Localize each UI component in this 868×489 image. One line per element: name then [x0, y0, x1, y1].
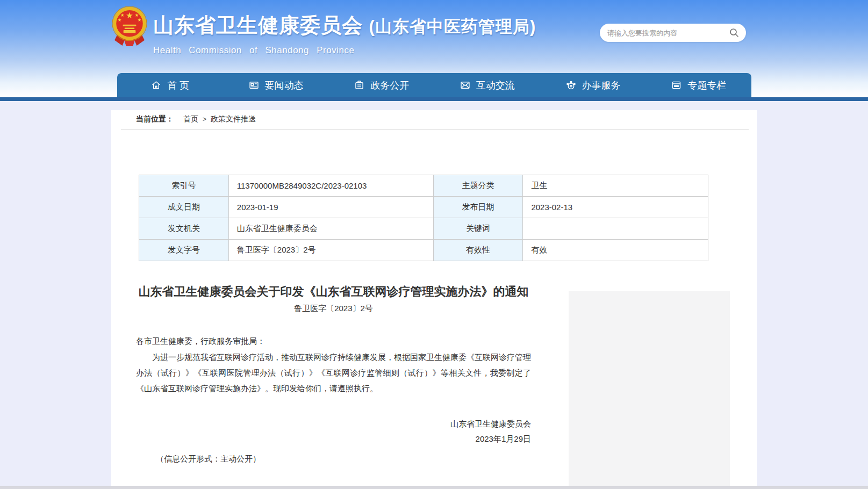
signer-name: 山东省卫生健康委员会	[136, 416, 531, 432]
meta-value	[523, 218, 708, 240]
meta-label: 发文字号	[139, 240, 229, 261]
nav-item-special-columns[interactable]: 专题专栏	[645, 73, 751, 97]
meta-value: 2023-01-19	[228, 197, 433, 218]
article-doc-number: 鲁卫医字〔2023〕2号	[136, 304, 531, 314]
svg-text:★: ★	[126, 11, 133, 20]
nav-bottom-stripe	[0, 97, 868, 101]
site-title: 山东省卫生健康委员会 (山东省中医药管理局)	[153, 12, 536, 39]
document-meta-table: 索引号 11370000MB2849032C/2023-02103 主题分类 卫…	[139, 175, 708, 261]
table-row: 成文日期 2023-01-19 发布日期 2023-02-13	[139, 197, 708, 218]
news-icon	[248, 80, 260, 91]
publication-note: （信息公开形式：主动公开）	[136, 454, 531, 464]
breadcrumb: 当前位置： 首页 > 政策文件推送	[136, 114, 256, 124]
meta-value: 鲁卫医字〔2023〕2号	[228, 240, 433, 261]
table-row: 索引号 11370000MB2849032C/2023-02103 主题分类 卫…	[139, 175, 708, 197]
article-paragraph: 为进一步规范我省互联网诊疗活动，推动互联网诊疗持续健康发展，根据国家卫生健康委《…	[136, 349, 531, 396]
table-row: 发文字号 鲁卫医字〔2023〕2号 有效性 有效	[139, 240, 708, 261]
breadcrumb-divider	[121, 129, 749, 130]
breadcrumb-current-link[interactable]: 政策文件推送	[211, 114, 256, 124]
nav-label: 首 页	[167, 79, 189, 92]
article-signature: 山东省卫生健康委员会 2023年1月29日	[136, 416, 531, 447]
site-subtitle-en: Health Commission of Shandong Province	[153, 45, 536, 56]
article-title: 山东省卫生健康委员会关于印发《山东省互联网诊疗管理实施办法》的通知	[136, 283, 531, 300]
meta-label: 关键词	[433, 218, 523, 240]
meta-label: 主题分类	[433, 175, 523, 197]
nav-item-news[interactable]: 要闻动态	[223, 73, 329, 97]
article: 山东省卫生健康委员会关于印发《山东省互联网诊疗管理实施办法》的通知 鲁卫医字〔2…	[136, 283, 531, 464]
meta-value: 有效	[523, 240, 708, 261]
nav-item-gov-open[interactable]: 政务公开	[328, 73, 434, 97]
service-icon	[565, 80, 577, 91]
nav-item-interaction[interactable]: 互动交流	[434, 73, 540, 97]
svg-text:★: ★	[118, 18, 121, 23]
nav-label: 要闻动态	[265, 79, 304, 92]
side-panel	[569, 291, 730, 486]
nav-item-home[interactable]: 首 页	[117, 73, 223, 97]
meta-label: 发文机关	[139, 218, 229, 240]
meta-label: 发布日期	[433, 197, 523, 218]
site-title-block: 山东省卫生健康委员会 (山东省中医药管理局) Health Commission…	[153, 12, 536, 56]
sign-date: 2023年1月29日	[136, 432, 531, 447]
meta-label: 索引号	[139, 175, 229, 197]
national-emblem-icon: ★ ★ ★ ★ ★	[112, 5, 147, 53]
meta-value: 11370000MB2849032C/2023-02103	[228, 175, 433, 197]
svg-text:★: ★	[138, 18, 141, 23]
nav-item-services[interactable]: 办事服务	[540, 73, 646, 97]
search-box	[600, 24, 746, 42]
table-row: 发文机关 山东省卫生健康委员会 关键词	[139, 218, 708, 240]
gov-open-icon	[354, 80, 365, 91]
meta-value: 卫生	[523, 175, 708, 197]
columns-icon	[671, 80, 682, 91]
mail-icon	[460, 80, 471, 91]
nav-label: 互动交流	[476, 79, 515, 92]
meta-label: 成文日期	[139, 197, 229, 218]
nav-label: 专题专栏	[687, 79, 726, 92]
meta-value: 山东省卫生健康委员会	[228, 218, 433, 240]
article-salutation: 各市卫生健康委，行政服务审批局：	[136, 333, 531, 349]
site-title-paren: (山东省中医药管理局)	[369, 17, 536, 36]
home-icon	[150, 80, 162, 91]
breadcrumb-home-link[interactable]: 首页	[183, 114, 198, 124]
breadcrumb-label: 当前位置：	[136, 114, 174, 124]
site-title-cn: 山东省卫生健康委员会	[153, 14, 363, 37]
content-container: 当前位置： 首页 > 政策文件推送 索引号 11370000MB2849032C…	[111, 110, 757, 486]
search-input[interactable]	[607, 29, 729, 37]
meta-value: 2023-02-13	[523, 197, 708, 218]
nav-label: 政务公开	[370, 79, 409, 92]
meta-label: 有效性	[433, 240, 523, 261]
search-icon[interactable]	[729, 27, 740, 38]
nav-label: 办事服务	[582, 79, 621, 92]
main-nav: 首 页 要闻动态 政务公开 互动交流 办事服务 专题专栏	[117, 73, 751, 97]
breadcrumb-separator: >	[203, 116, 206, 123]
bottom-scrollbar[interactable]	[0, 486, 868, 489]
